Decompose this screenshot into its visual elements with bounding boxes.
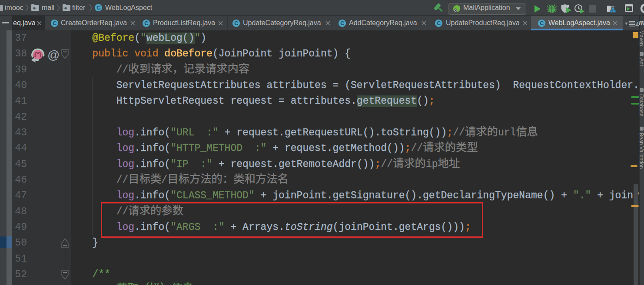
svg-text:C: C: [234, 20, 238, 26]
svg-text:C: C: [96, 4, 100, 11]
svg-text:@: @: [47, 48, 60, 62]
svg-text:C: C: [437, 20, 441, 26]
svg-text:C: C: [340, 20, 344, 26]
svg-text:C: C: [540, 20, 544, 26]
svg-text:C: C: [144, 20, 148, 26]
svg-text:C: C: [53, 20, 56, 26]
